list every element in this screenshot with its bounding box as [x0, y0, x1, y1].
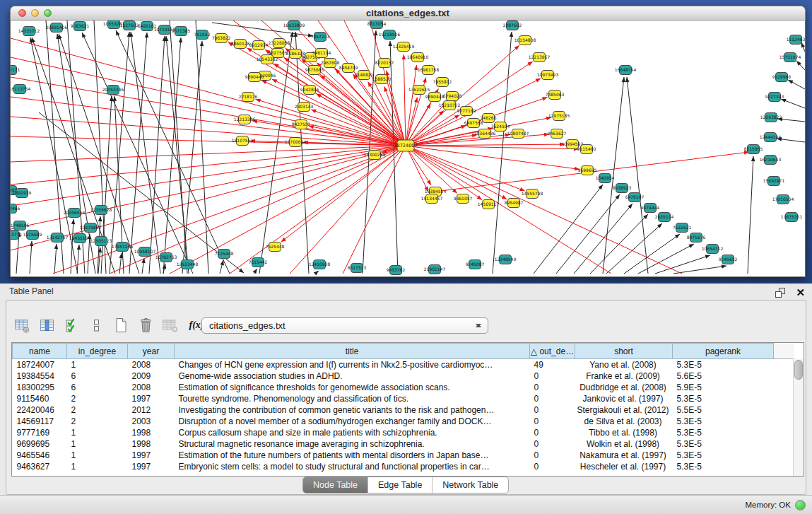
show-columns-icon[interactable] — [38, 317, 55, 334]
graph-node[interactable]: 8813054 — [367, 21, 387, 29]
graph-node[interactable]: 13622615 — [408, 86, 430, 95]
graph-node[interactable]: 2935114 — [655, 213, 674, 222]
graph-node[interactable]: 1588520 — [372, 75, 392, 84]
graph-node[interactable]: 1115689 — [23, 230, 42, 240]
row-height-icon[interactable] — [88, 317, 105, 334]
graph-node[interactable]: 1892919 — [13, 189, 32, 198]
graph-node[interactable]: 751552 — [194, 30, 211, 40]
table-row[interactable]: 911546021997Tourette syndrome. Phenomeno… — [13, 393, 794, 404]
graph-node[interactable]: 16033809 — [283, 21, 305, 30]
table-row[interactable]: 977716911998Corpus callosum shape and si… — [13, 427, 794, 438]
graph-node[interactable]: 23226058 — [269, 39, 290, 48]
delete-table-icon[interactable] — [137, 317, 154, 334]
graph-node[interactable]: 9671385 — [172, 27, 191, 36]
graph-node[interactable]: 16113754 — [11, 85, 30, 94]
graph-node[interactable]: 9453762 — [387, 266, 406, 275]
graph-node[interactable]: 17016504 — [772, 195, 794, 204]
graph-node[interactable]: 2718176 — [239, 93, 258, 102]
graph-node[interactable]: 7615442 — [249, 258, 268, 267]
graph-node[interactable]: 14055712 — [18, 27, 40, 36]
table-row[interactable]: 969969511998Structural magnetic resonanc… — [13, 438, 794, 450]
graph-node[interactable]: 11700694 — [285, 138, 307, 147]
graph-node[interactable]: 6497568 — [464, 119, 483, 128]
graph-node[interactable]: 12213386 — [234, 115, 256, 124]
graph-node[interactable]: 14955798 — [522, 189, 543, 199]
graph-node[interactable]: 9875685 — [305, 66, 324, 75]
table-selector-dropdown[interactable]: citations_edges.txt — [201, 317, 488, 334]
tab-network-table[interactable]: Network Table — [432, 477, 508, 493]
graph-node[interactable]: 9890448 — [425, 93, 445, 102]
graph-node[interactable]: 20053346 — [102, 86, 124, 95]
window-close-button[interactable] — [18, 9, 26, 17]
table-row[interactable]: 1872400712008Changes of HCN gene express… — [13, 359, 794, 371]
graph-node[interactable]: 12213967 — [529, 53, 551, 62]
graph-node[interactable]: 12325419 — [393, 42, 415, 52]
graph-node[interactable]: 15692971 — [763, 177, 785, 186]
column-header[interactable]: name — [13, 344, 67, 359]
tab-edge-table[interactable]: Edge Table — [367, 477, 432, 493]
graph-node[interactable]: 10654112 — [702, 245, 724, 254]
graph-node[interactable]: 21901147 — [424, 265, 446, 274]
close-icon[interactable]: ✕ — [796, 287, 805, 298]
graph-node[interactable]: 16648794 — [615, 66, 637, 75]
graph-node[interactable]: 14569117 — [478, 200, 500, 209]
attribute-table[interactable]: namein_degreeyeartitle△ out_de…shortpage… — [11, 342, 804, 477]
graph-node[interactable]: 19218506 — [379, 30, 401, 40]
network-window-titlebar[interactable]: citations_edges.txt — [10, 6, 806, 21]
graph-node[interactable]: 1112463 — [787, 35, 805, 45]
table-row[interactable]: 1456911722003Disruption of a novel membe… — [13, 416, 794, 427]
graph-node[interactable]: 7625448 — [266, 243, 285, 252]
graph-node[interactable]: 7485063 — [546, 90, 565, 100]
graph-node[interactable]: 15134457 — [421, 194, 443, 204]
column-header[interactable]: pagerank — [673, 344, 774, 359]
column-chooser-checklist-icon[interactable] — [63, 317, 80, 334]
graph-node[interactable]: 10973493 — [537, 71, 559, 80]
graph-node[interactable]: 7125448 — [215, 250, 234, 259]
table-header-row[interactable]: namein_degreeyeartitle△ out_de…shortpage… — [13, 344, 794, 359]
column-header[interactable]: year — [128, 344, 175, 359]
graph-node[interactable]: 1640954 — [596, 174, 615, 183]
column-header[interactable]: in_degree — [67, 344, 128, 359]
graph-node[interactable]: 12923448 — [177, 260, 199, 269]
tab-node-table[interactable]: Node Table — [303, 477, 367, 493]
graph-node[interactable]: 11675331 — [781, 213, 803, 222]
graph-node[interactable]: 20364486 — [474, 129, 496, 139]
graph-node[interactable]: 3624554 — [491, 122, 510, 132]
graph-node[interactable]: 10807487 — [507, 129, 529, 139]
graph-node[interactable]: 8517523 — [348, 264, 367, 273]
table-vertical-scrollbar[interactable] — [793, 358, 804, 476]
graph-node[interactable]: 15751074 — [779, 53, 801, 62]
graph-node[interactable]: 17957255 — [112, 243, 134, 252]
graph-node[interactable]: 20206556 — [64, 209, 86, 218]
new-table-icon[interactable] — [112, 317, 129, 334]
table-row[interactable]: 946554611997Estimation of the future num… — [13, 450, 794, 461]
graph-node[interactable]: 8471676 — [687, 233, 706, 243]
graph-node[interactable]: 16961758 — [418, 66, 440, 75]
network-view-window[interactable]: citations_edges.txt 79638228860128891293… — [10, 6, 806, 277]
graph-node[interactable]: 7963822 — [212, 34, 231, 43]
column-header[interactable]: △ out_de… — [530, 344, 575, 359]
float-panel-icon[interactable] — [773, 286, 787, 300]
graph-node[interactable]: 18640910 — [407, 53, 429, 62]
graph-node[interactable]: 16154808 — [514, 36, 536, 45]
column-header[interactable]: title — [175, 344, 530, 359]
graph-node[interactable]: 9242845 — [300, 86, 319, 95]
graph-node[interactable]: 13142757 — [47, 233, 69, 243]
graph-node[interactable]: 12093822 — [760, 113, 782, 122]
graph-node[interactable]: 8454749 — [339, 64, 358, 73]
graph-node[interactable]: 18107552 — [232, 136, 254, 146]
graph-node[interactable]: 2967608 — [321, 59, 340, 68]
table-row[interactable]: 1830029562008Estimation of significance … — [13, 382, 794, 393]
graph-node[interactable]: 6479197 — [625, 193, 645, 202]
network-canvas[interactable]: 7963822886012889129342322605898275051654… — [10, 21, 806, 277]
graph-node[interactable]: 16543382 — [257, 55, 278, 64]
table-row[interactable]: 946362711997Embryonic stem cells: a mode… — [13, 461, 794, 472]
table-settings-icon[interactable] — [13, 317, 30, 334]
graph-node[interactable]: 9777169 — [457, 107, 476, 116]
graph-node[interactable]: 8954987 — [505, 199, 524, 208]
graph-node[interactable]: 8913466 — [11, 204, 20, 214]
graph-node[interactable]: 7955812 — [433, 78, 452, 87]
graph-node[interactable]: 8938923 — [613, 184, 632, 193]
table-row[interactable]: 2242004622012Investigating the contribut… — [13, 404, 794, 416]
graph-node[interactable]: 8860128 — [231, 40, 250, 49]
